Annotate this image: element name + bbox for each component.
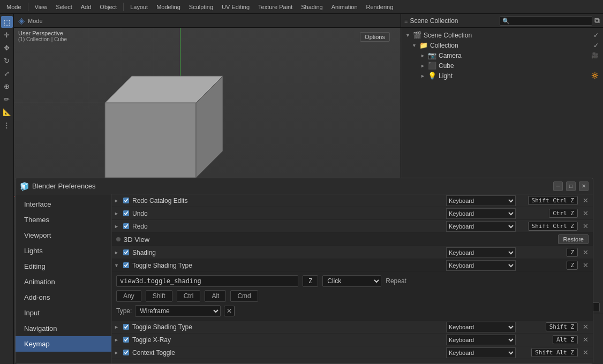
tree-camera[interactable]: ► 📷 Camera 🎥 [401, 50, 603, 60]
km-input-shading[interactable]: Keyboard [446, 247, 516, 258]
key-button[interactable]: Z [303, 275, 318, 287]
tree-collection[interactable]: ▼ 📁 Collection ✓ [401, 40, 603, 50]
tool-select[interactable]: ⬚ [1, 16, 13, 28]
nav-lights[interactable]: Lights [16, 243, 111, 259]
km-x-toggle-xray[interactable]: ✕ [580, 336, 591, 344]
km-input-select-undo[interactable]: Keyboard [446, 208, 516, 219]
menu-object[interactable]: Object [96, 3, 120, 11]
km-input-toggle-xray[interactable]: Keyboard [446, 335, 516, 345]
type-select[interactable]: Wireframe Solid Material Preview Rendere… [135, 305, 221, 317]
km-x-redo-catalog[interactable]: ✕ [580, 196, 591, 204]
tab-modeling[interactable]: Modeling [153, 3, 184, 11]
tool-scale[interactable]: ⤢ [1, 67, 13, 79]
km-input-toggle-shading-shift[interactable]: Keyboard [446, 322, 516, 332]
km-row-redo[interactable]: ► Redo Keyboard Shift Ctrl Z ✕ [112, 220, 593, 233]
km-x-toggle-shading-shift[interactable]: ✕ [580, 323, 591, 331]
tree-cube[interactable]: ► ⬛ Cube [401, 60, 603, 71]
tab-sculpting[interactable]: Sculpting [186, 3, 216, 11]
checkbox-redo[interactable] [123, 223, 129, 229]
tab-uv-editing[interactable]: UV Editing [218, 3, 253, 11]
km-input-select-context-toggle[interactable]: Keyboard [446, 347, 516, 358]
filter-icon[interactable]: ⧉ [594, 16, 600, 25]
tree-scene-collection[interactable]: ▼ 🎬 Scene Collection ✓ [401, 30, 603, 40]
tab-layout[interactable]: Layout [127, 3, 151, 11]
nav-input[interactable]: Input [16, 305, 111, 321]
close-button[interactable]: ✕ [579, 181, 589, 191]
nav-keymap[interactable]: Keymap [16, 336, 111, 352]
km-row-shading[interactable]: ► Shading Keyboard Z ✕ [112, 246, 593, 259]
checkbox-shading[interactable] [123, 249, 129, 255]
checkbox-context-toggle[interactable] [123, 350, 129, 355]
km-x-undo[interactable]: ✕ [580, 209, 591, 217]
km-row-toggle-shading[interactable]: ▼ Toggle Shading Type Keyboard Z ✕ [112, 259, 593, 272]
tab-animation[interactable]: Animation [328, 3, 361, 11]
km-x-shading[interactable]: ✕ [580, 248, 591, 256]
km-x-redo[interactable]: ✕ [580, 222, 591, 230]
km-input-select-toggle-shading-shift[interactable]: Keyboard [446, 322, 516, 332]
tool-annotate[interactable]: ✏ [1, 93, 13, 105]
type-x-button[interactable]: ✕ [224, 306, 235, 316]
opname-input[interactable]: view3d.toggle_shading [116, 275, 298, 287]
km-input-toggle-shading[interactable]: Keyboard [446, 260, 516, 271]
menu-view[interactable]: View [32, 3, 51, 11]
tab-shading[interactable]: Shading [298, 3, 326, 11]
tool-cursor[interactable]: ✛ [1, 29, 13, 41]
options-button[interactable]: Options [360, 32, 390, 42]
minimize-button[interactable]: ─ [553, 181, 563, 191]
outliner-search[interactable] [500, 16, 592, 26]
km-check-toggle-shading[interactable] [122, 262, 130, 268]
collection-vis-icon[interactable]: ✓ [593, 42, 599, 49]
km-row-context-toggle[interactable]: ► Context Toggle Keyboard Shift Alt Z ✕ [112, 346, 593, 359]
nav-navigation[interactable]: Navigation [16, 321, 111, 336]
km-input-redo[interactable]: Keyboard [446, 221, 516, 232]
maximize-button[interactable]: □ [566, 181, 576, 191]
km-check-redo-catalog[interactable] [122, 198, 130, 203]
nav-interface[interactable]: Interface [16, 196, 111, 212]
km-row-undo[interactable]: ► Undo Keyboard Ctrl Z ✕ [112, 207, 593, 220]
tool-measure[interactable]: 📐 [1, 106, 13, 118]
km-x-context-toggle[interactable]: ✕ [580, 348, 591, 357]
menu-select[interactable]: Select [52, 3, 76, 11]
km-check-redo[interactable] [122, 223, 130, 229]
mod-alt[interactable]: Alt [205, 290, 226, 302]
km-check-context-toggle[interactable] [122, 350, 130, 355]
km-check-toggle-xray[interactable] [122, 337, 130, 343]
km-row-redo-catalog[interactable]: ► Redo Catalog Edits Keyboard Shift Ctrl… [112, 194, 593, 207]
km-input-select-toggle-shading[interactable]: Keyboard [446, 260, 516, 271]
tool-extras[interactable]: ⋮ [1, 119, 13, 131]
km-input-undo[interactable]: Keyboard [446, 208, 516, 219]
nav-editing[interactable]: Editing [16, 259, 111, 274]
tab-texture-paint[interactable]: Texture Paint [255, 3, 296, 11]
menu-mode[interactable]: Mode [3, 3, 25, 11]
km-input-select-redo[interactable]: Keyboard [446, 221, 516, 232]
mod-any[interactable]: Any [116, 290, 141, 302]
checkbox-redo-catalog[interactable] [123, 198, 129, 203]
nav-viewport[interactable]: Viewport [16, 228, 111, 243]
mod-ctrl[interactable]: Ctrl [177, 290, 201, 302]
mod-shift[interactable]: Shift [146, 290, 172, 302]
mod-cmd[interactable]: Cmd [230, 290, 258, 302]
checkbox-undo[interactable] [123, 210, 129, 216]
menu-add[interactable]: Add [78, 3, 95, 11]
checkbox-toggle-shading-shift[interactable] [123, 324, 129, 330]
nav-addons[interactable]: Add-ons [16, 290, 111, 305]
km-row-toggle-shading-shift[interactable]: ► Toggle Shading Type Keyboard Shift Z ✕ [112, 321, 593, 333]
km-input-select-shading[interactable]: Keyboard [446, 247, 516, 258]
section-restore-button[interactable]: Restore [558, 234, 589, 244]
km-x-toggle-shading[interactable]: ✕ [580, 261, 591, 269]
tool-move[interactable]: ✥ [1, 42, 13, 54]
event-select[interactable]: Click Press Release [322, 275, 381, 287]
km-check-toggle-shading-shift[interactable] [122, 324, 130, 330]
checkbox-toggle-shading[interactable] [123, 262, 129, 268]
km-row-toggle-xray[interactable]: ► Toggle X-Ray Keyboard Alt Z ✕ [112, 333, 593, 346]
km-check-undo[interactable] [122, 210, 130, 216]
km-input-select-toggle-xray[interactable]: Keyboard [446, 335, 516, 345]
km-input-redo-catalog[interactable]: Keyboard [446, 195, 516, 206]
checkbox-toggle-xray[interactable] [123, 337, 129, 343]
visibility-icon[interactable]: ✓ [593, 32, 599, 39]
km-input-context-toggle[interactable]: Keyboard [446, 347, 516, 358]
tree-light[interactable]: ► 💡 Light 🔆 [401, 71, 603, 81]
nav-animation[interactable]: Animation [16, 274, 111, 290]
tool-transform[interactable]: ⊕ [1, 80, 13, 92]
km-check-shading[interactable] [122, 249, 130, 255]
